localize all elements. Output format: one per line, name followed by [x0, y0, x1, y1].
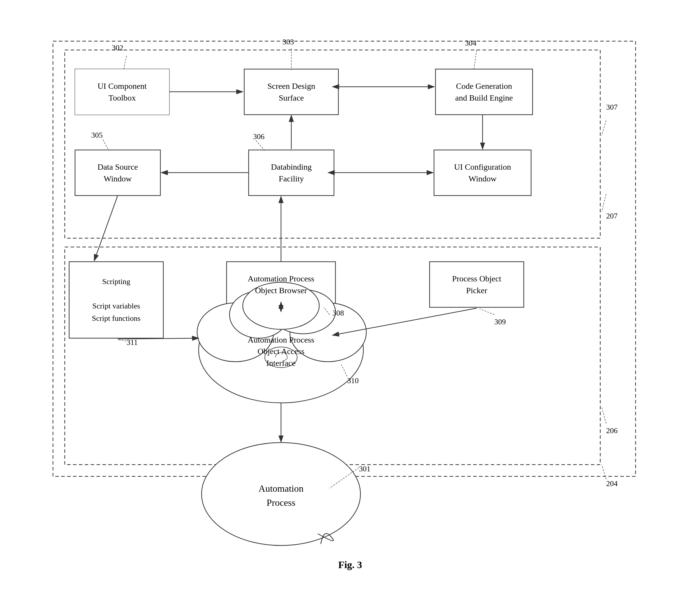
svg-line-38 — [474, 50, 477, 70]
svg-line-44 — [480, 309, 494, 315]
label-307: 307 — [606, 103, 618, 112]
svg-line-42 — [602, 194, 606, 212]
svg-line-47 — [602, 407, 606, 423]
label-310: 310 — [347, 376, 359, 385]
process-picker-label: Process Object Picker — [452, 273, 501, 296]
databinding-facility-label: Databinding Facility — [271, 161, 311, 184]
process-picker-box: Process Object Picker — [430, 262, 524, 307]
label-306: 306 — [253, 132, 265, 141]
code-gen-box: Code Generation and Build Engine — [435, 69, 532, 115]
automation-process-oval: Automation Process — [202, 472, 360, 519]
ui-config-window-box: UI Configuration Window — [434, 150, 531, 195]
scripting-label: Scripting Script variables Script functi… — [92, 275, 140, 324]
svg-line-36 — [124, 56, 127, 70]
automation-browser-label: Automation Process Object Browser — [248, 273, 314, 296]
label-305: 305 — [91, 131, 103, 140]
svg-line-40 — [256, 140, 265, 151]
automation-process-label: Automation Process — [259, 481, 304, 509]
screen-design-surface-label: Screen Design Surface — [268, 80, 316, 103]
automation-browser-box: Automation Process Object Browser — [227, 262, 335, 307]
label-301: 301 — [359, 465, 371, 473]
data-source-window-box: Data Source Window — [75, 150, 160, 195]
svg-line-41 — [602, 121, 606, 135]
label-206: 206 — [606, 426, 618, 435]
scripting-box: Scripting Script variables Script functi… — [69, 262, 163, 338]
svg-line-48 — [602, 465, 606, 479]
ui-component-toolbox-box: UI Component Toolbox — [75, 69, 169, 115]
databinding-facility-box: Databinding Facility — [249, 150, 334, 195]
code-gen-label: Code Generation and Build Engine — [455, 80, 513, 103]
svg-line-46 — [118, 340, 127, 341]
label-302: 302 — [112, 44, 123, 52]
diagram-container: UI Component Toolbox Screen Design Surfa… — [35, 18, 665, 576]
label-309: 309 — [494, 318, 506, 326]
figure-caption: Fig. 3 — [338, 559, 362, 571]
svg-line-20 — [94, 195, 118, 261]
label-204: 204 — [606, 479, 618, 488]
label-207: 207 — [606, 212, 618, 220]
access-interface-cloud: Automation Process Object Access Interfa… — [199, 328, 364, 375]
label-304: 304 — [465, 39, 476, 48]
ui-config-window-label: UI Configuration Window — [454, 161, 511, 184]
data-source-window-label: Data Source Window — [97, 161, 138, 184]
svg-line-39 — [103, 140, 109, 151]
label-311: 311 — [127, 338, 138, 347]
screen-design-surface-box: Screen Design Surface — [244, 69, 339, 115]
ui-component-toolbox-label: UI Component Toolbox — [97, 80, 147, 103]
label-303: 303 — [282, 37, 294, 47]
svg-line-43 — [324, 307, 329, 315]
label-308: 308 — [332, 309, 344, 318]
access-interface-label: Automation Process Object Access Interfa… — [248, 334, 314, 369]
